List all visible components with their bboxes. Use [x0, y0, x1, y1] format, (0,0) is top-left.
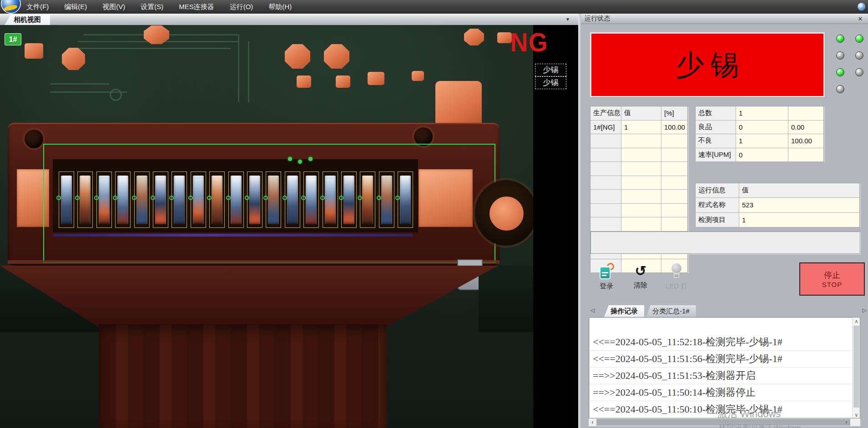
status-panel: 少锡 生产信息值[%]1#[NG]1100.00 总数1良品00.00不良110…	[581, 24, 868, 428]
message-box	[590, 232, 860, 254]
table-cell: 100.00	[661, 121, 688, 135]
lightbulb-icon	[671, 263, 682, 280]
chevron-down-icon[interactable]: ▼	[564, 16, 572, 23]
view-tab-bar: 相机视图 ▼	[0, 14, 578, 25]
defect-label: 少锡	[535, 76, 566, 89]
led-indicator	[855, 35, 863, 43]
table-cell	[661, 162, 688, 176]
table-cell	[621, 217, 661, 232]
log-entry: <<==2024-05-05_11:51:56-检测完毕-少锡-1#	[589, 351, 851, 368]
scrollbar-thumb[interactable]	[596, 419, 850, 426]
menu-settings[interactable]: 设置(S)	[141, 3, 163, 11]
table-header-cell: 值	[739, 183, 860, 198]
led-indicator	[836, 68, 844, 76]
tab-class-summary[interactable]: 分类汇总-1#	[646, 305, 696, 317]
log-vertical-scrollbar[interactable]: ∧ ∨	[852, 317, 860, 418]
flex-cable	[99, 324, 387, 428]
tab-scroll-right-icon[interactable]: ▷	[863, 307, 867, 313]
table-cell	[621, 162, 661, 176]
status-panel-title: 运行状态	[581, 15, 610, 23]
table-cell: 不良	[696, 134, 736, 148]
table-cell	[590, 190, 621, 204]
operation-log: <<==2024-05-05_11:52:18-检测完毕-少锡-1# <<==2…	[589, 317, 860, 418]
table-cell: 100.00	[788, 134, 824, 148]
table-cell: 1	[621, 121, 661, 135]
camera-image-pane: 1# NG 少锡 少锡	[0, 25, 578, 428]
solder-flux-line	[53, 234, 413, 237]
led-indicator	[836, 85, 844, 93]
summary-table: 总数1良品00.00不良1100.00速率[UPM]0	[695, 106, 824, 161]
tab-camera-view[interactable]: 相机视图	[5, 15, 50, 25]
table-cell	[590, 162, 621, 176]
menu-file[interactable]: 文件(F)	[26, 3, 49, 11]
menu-view[interactable]: 视图(V)	[102, 3, 125, 11]
table-cell	[661, 176, 688, 190]
led-indicator	[836, 35, 844, 43]
log-entry: ==>>2024-05-05_11:50:14-检测器停止	[589, 384, 851, 401]
led-indicator	[836, 51, 844, 60]
table-cell: 1	[736, 134, 788, 148]
table-cell: 1#[NG]	[590, 121, 621, 135]
table-cell	[590, 148, 621, 162]
scroll-left-icon[interactable]: ‹	[589, 418, 596, 426]
pane-splitter[interactable]	[578, 14, 581, 428]
run-info-table: 运行信息值程式名称523检测项目1	[695, 183, 860, 227]
led-indicator	[855, 68, 863, 76]
table-cell	[661, 148, 688, 162]
table-cell: 1	[739, 213, 860, 227]
scroll-right-icon[interactable]: ›	[843, 418, 850, 426]
table-cell	[590, 217, 621, 232]
table-cell: 0	[736, 148, 788, 162]
table-cell	[621, 134, 661, 148]
table-cell	[788, 148, 824, 162]
log-horizontal-scrollbar[interactable]: ‹ ›	[589, 418, 860, 426]
log-entry: <<==2024-05-05_11:52:18-检测完毕-少锡-1#	[589, 334, 851, 351]
led-indicator	[855, 51, 863, 60]
tray-status-icon	[858, 3, 865, 10]
tab-operation-log[interactable]: 操作记录	[604, 305, 644, 317]
menu-help[interactable]: 帮助(H)	[268, 3, 292, 11]
table-cell	[661, 190, 688, 204]
scrollbar-thumb[interactable]	[853, 326, 859, 408]
app-logo-icon	[1, 0, 21, 14]
clear-button[interactable]: ↺ 清除	[628, 263, 653, 290]
table-cell	[590, 134, 621, 148]
io-led-grid	[836, 35, 864, 121]
led-light-button[interactable]: LED 灯	[662, 263, 691, 291]
login-button[interactable]: 登录	[594, 263, 619, 291]
station-badge: 1#	[5, 33, 21, 45]
menu-bar: 文件(F) 编辑(E) 视图(V) 设置(S) MES连接器 运行(O) 帮助(…	[0, 0, 868, 14]
table-cell	[661, 204, 688, 218]
table-cell	[590, 204, 621, 218]
inspection-result-text: NG	[510, 27, 549, 57]
menu-mes-connector[interactable]: MES连接器	[179, 3, 214, 11]
close-icon[interactable]: ✕	[856, 15, 864, 23]
badge-icon	[599, 263, 614, 280]
table-cell	[661, 134, 688, 148]
table-header-cell: [%]	[661, 106, 688, 121]
defect-label: 少锡	[535, 64, 566, 76]
refresh-icon: ↺	[628, 263, 653, 279]
scroll-down-icon[interactable]: ∨	[853, 412, 860, 418]
table-cell	[621, 148, 661, 162]
log-tab-strip: ◁ 操作记录 分类汇总-1# ▷	[589, 304, 860, 317]
table-cell: 523	[739, 198, 860, 212]
stop-button[interactable]: 停止 STOP	[799, 262, 865, 296]
table-cell	[788, 106, 824, 121]
table-header-cell: 生产信息	[590, 106, 621, 121]
table-cell	[621, 190, 661, 204]
table-cell	[590, 176, 621, 190]
roi-rectangle	[43, 144, 495, 263]
log-entry: <<==2024-05-05_11:50:10-检测完毕-少锡-1#	[589, 401, 851, 418]
menu-edit[interactable]: 编辑(E)	[64, 3, 87, 11]
tab-scroll-left-icon[interactable]: ◁	[590, 307, 595, 313]
table-cell: 总数	[696, 106, 736, 121]
table-cell: 速率[UPM]	[696, 148, 736, 162]
table-cell	[621, 204, 661, 218]
log-entry: ==>>2024-05-05_11:51:53-检测器开启	[589, 368, 851, 384]
table-header-cell: 运行信息	[696, 183, 739, 198]
table-cell	[661, 217, 688, 232]
table-cell: 程式名称	[696, 198, 739, 212]
menu-run[interactable]: 运行(O)	[230, 3, 253, 11]
scroll-up-icon[interactable]: ∧	[853, 318, 860, 324]
